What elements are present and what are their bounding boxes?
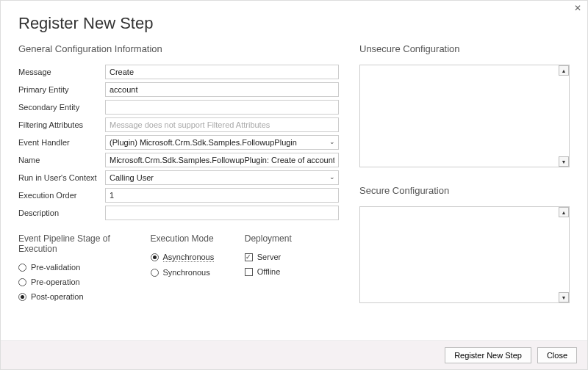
event-handler-value: (Plugin) Microsoft.Crm.Sdk.Samples.Follo… xyxy=(110,138,297,147)
label-secondary-entity: Secondary Entity xyxy=(18,103,105,112)
general-heading: General Configuration Information xyxy=(18,43,339,54)
unsecure-config-textarea[interactable]: ▲ ▼ xyxy=(359,65,570,167)
pipeline-heading: Event Pipeline Stage of Execution xyxy=(18,233,151,254)
unsecure-heading: Unsecure Configuration xyxy=(359,43,570,54)
radio-icon xyxy=(18,278,26,286)
checkbox-offline[interactable]: Offline xyxy=(245,267,339,276)
right-column: Unsecure Configuration ▲ ▼ Secure Config… xyxy=(359,43,570,307)
radio-label: Pre-validation xyxy=(31,263,80,272)
spin-down-icon[interactable]: ▼ xyxy=(559,292,569,302)
secure-heading: Secure Configuration xyxy=(359,185,570,196)
label-filtering-attributes: Filtering Attributes xyxy=(18,120,105,129)
radio-label: Post-operation xyxy=(31,292,84,301)
dialog-window: ✕ Register New Step General Configuratio… xyxy=(0,0,588,370)
radio-label: Pre-operation xyxy=(31,278,80,286)
checkbox-icon xyxy=(245,268,253,276)
run-context-select[interactable]: Calling User ⌄ xyxy=(105,170,339,185)
radio-pre-validation[interactable]: Pre-validation xyxy=(18,263,151,272)
checkbox-server[interactable]: ✓ Server xyxy=(245,253,339,261)
radio-post-operation[interactable]: Post-operation xyxy=(18,292,151,301)
event-handler-select[interactable]: (Plugin) Microsoft.Crm.Sdk.Samples.Follo… xyxy=(105,135,339,150)
radio-label: Asynchronous xyxy=(163,253,215,262)
secure-config-textarea[interactable]: ▲ ▼ xyxy=(359,206,570,303)
dialog-content: Register New Step General Configuration … xyxy=(1,1,587,307)
chevron-down-icon: ⌄ xyxy=(329,173,335,181)
primary-entity-input[interactable] xyxy=(105,82,339,97)
close-icon[interactable]: ✕ xyxy=(574,3,581,13)
radio-icon xyxy=(151,253,159,261)
execution-mode-section: Execution Mode Asynchronous Synchronous xyxy=(151,233,245,307)
run-context-value: Calling User xyxy=(110,173,154,182)
spin-down-icon[interactable]: ▼ xyxy=(559,156,569,167)
radio-icon xyxy=(18,293,26,301)
label-name: Name xyxy=(18,156,105,164)
label-primary-entity: Primary Entity xyxy=(18,85,105,94)
dialog-title: Register New Step xyxy=(18,14,570,33)
deployment-heading: Deployment xyxy=(245,233,339,244)
checkbox-label: Offline xyxy=(257,267,281,276)
close-button[interactable]: Close xyxy=(537,347,577,363)
radio-synchronous[interactable]: Synchronous xyxy=(151,268,245,277)
description-input[interactable] xyxy=(105,206,339,220)
radio-label: Synchronous xyxy=(163,268,210,277)
radio-asynchronous[interactable]: Asynchronous xyxy=(151,253,245,262)
label-run-context: Run in User's Context xyxy=(18,173,105,182)
pipeline-section: Event Pipeline Stage of Execution Pre-va… xyxy=(18,233,151,307)
execution-mode-heading: Execution Mode xyxy=(151,233,245,244)
left-column: General Configuration Information Messag… xyxy=(18,43,339,307)
label-event-handler: Event Handler xyxy=(18,138,105,147)
label-message: Message xyxy=(18,68,105,76)
deployment-section: Deployment ✓ Server Offline xyxy=(245,233,339,307)
spin-up-icon[interactable]: ▲ xyxy=(559,207,569,217)
radio-icon xyxy=(18,264,26,272)
radio-pre-operation[interactable]: Pre-operation xyxy=(18,278,151,286)
register-button[interactable]: Register New Step xyxy=(445,347,531,363)
filtering-attributes-input[interactable] xyxy=(105,117,339,132)
checkbox-label: Server xyxy=(257,253,281,261)
dialog-footer: Register New Step Close xyxy=(1,340,587,369)
radio-icon xyxy=(151,269,159,277)
label-description: Description xyxy=(18,208,105,217)
execution-order-input[interactable] xyxy=(105,188,339,203)
name-input[interactable] xyxy=(105,153,339,167)
checkbox-icon: ✓ xyxy=(245,253,253,261)
chevron-down-icon: ⌄ xyxy=(329,138,335,145)
message-input[interactable] xyxy=(105,65,339,79)
secondary-entity-input[interactable] xyxy=(105,100,339,115)
spin-up-icon[interactable]: ▲ xyxy=(559,65,569,76)
label-execution-order: Execution Order xyxy=(18,191,105,200)
